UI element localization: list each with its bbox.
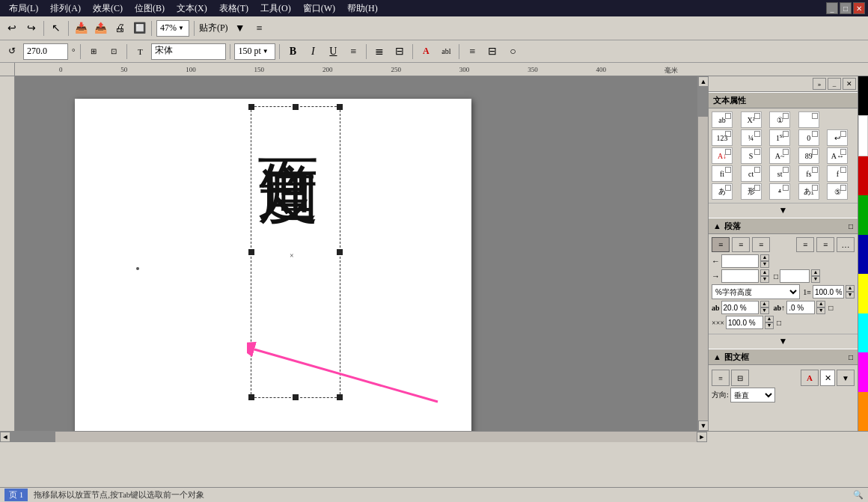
font-icon[interactable]: T <box>131 43 149 61</box>
swatch-green[interactable] <box>858 195 868 234</box>
scroll-up-button[interactable]: ▲ <box>698 76 708 87</box>
spin-up2[interactable]: ▲ <box>760 269 769 276</box>
align-more[interactable]: … <box>837 237 855 252</box>
para-header[interactable]: ▲ 段落 □ <box>709 218 858 234</box>
swatch-magenta[interactable] <box>858 352 868 391</box>
minimize-button[interactable]: _ <box>826 2 838 14</box>
print-button[interactable]: 🖨 <box>111 19 129 37</box>
spin-dn4[interactable]: ▼ <box>846 292 855 299</box>
expand-row[interactable]: ▼ <box>709 203 858 218</box>
swatch-black[interactable] <box>858 76 868 115</box>
spin-up5[interactable]: ▲ <box>760 301 769 307</box>
bold-button[interactable]: B <box>284 43 302 61</box>
undo-button[interactable]: ↩ <box>3 19 21 37</box>
align-left-button[interactable]: ≡ <box>344 43 362 61</box>
scroll-track-h[interactable] <box>10 432 697 442</box>
zoom-dropdown-arrow[interactable]: ▼ <box>177 25 186 31</box>
handle-bottom-right[interactable] <box>337 394 343 400</box>
align-right[interactable]: ≡ <box>752 237 770 252</box>
swatch-white[interactable] <box>858 115 868 156</box>
menu-help[interactable]: 帮助(H) <box>341 1 384 16</box>
frame-btn2[interactable]: ⊟ <box>483 43 501 61</box>
text-object[interactable]: × 百度知道 <box>251 106 340 398</box>
canvas-area[interactable]: × 百度知道 ▲ ▼ <box>15 76 708 431</box>
char-prop-a-wave[interactable]: A~ <box>769 147 790 164</box>
panel-close-button[interactable]: ✕ <box>843 78 856 90</box>
char-prop-ab[interactable]: ab <box>712 111 733 128</box>
width-input[interactable] <box>726 316 763 329</box>
menu-bitmap[interactable]: 位图(B) <box>129 1 171 16</box>
select-tool[interactable]: ↖ <box>47 19 65 37</box>
char-prop-circle1[interactable]: ① <box>769 111 790 128</box>
spin-up1[interactable]: ▲ <box>760 254 769 261</box>
align-center[interactable]: ≡ <box>732 237 750 252</box>
imgframe-btn2[interactable]: ⊟ <box>731 370 749 386</box>
scroll-left-button[interactable]: ◄ <box>0 432 10 442</box>
align-icon[interactable]: ≡ <box>251 19 269 37</box>
char-prop-1st[interactable]: 1st <box>769 129 790 146</box>
menu-table[interactable]: 表格(T) <box>213 1 254 16</box>
spin-up4[interactable]: ▲ <box>846 285 855 292</box>
panel-expand-button[interactable]: » <box>813 78 826 90</box>
handle-mid-left[interactable] <box>248 249 254 255</box>
char-prop-arrow[interactable]: ↩ <box>827 129 848 146</box>
menu-text[interactable]: 文本(X) <box>171 1 213 16</box>
vertical-scrollbar[interactable]: ▲ ▼ <box>697 76 708 431</box>
imgframe-close-x[interactable]: ✕ <box>820 370 835 386</box>
text-props-header[interactable]: 文本属性 <box>709 92 858 108</box>
indent-input1[interactable] <box>721 254 759 268</box>
para-checkbox[interactable]: □ <box>849 222 853 230</box>
char-prop-circle5[interactable]: ⑤ <box>827 183 848 200</box>
angle-input[interactable]: 270.0 <box>23 43 68 60</box>
spin-dn3[interactable]: ▼ <box>811 276 820 283</box>
spin-dn2[interactable]: ▼ <box>760 276 769 283</box>
space-before-input[interactable] <box>721 301 759 314</box>
underline-button[interactable]: U <box>324 43 342 61</box>
font-size-box[interactable]: 150 pt ▼ <box>234 43 275 60</box>
spin-dn6[interactable]: ▼ <box>816 307 825 314</box>
swatch-yellow[interactable] <box>858 274 868 313</box>
handle-mid-right[interactable] <box>337 249 343 255</box>
menu-layout[interactable]: 布局(L) <box>3 1 44 16</box>
align-left[interactable]: ≡ <box>712 237 730 252</box>
menu-arrange[interactable]: 排列(A) <box>44 1 87 16</box>
swatch-orange[interactable] <box>858 392 868 431</box>
zoom-status[interactable]: 🔍 <box>853 490 864 500</box>
handle-top-left[interactable] <box>248 104 254 110</box>
horizontal-scrollbar[interactable]: ◄ ► <box>0 431 868 441</box>
spin-dn5[interactable]: ▼ <box>760 307 769 314</box>
frame-btn1[interactable]: ≡ <box>463 43 481 61</box>
char-prop-kanji[interactable]: 形 <box>741 183 762 200</box>
num-list-button[interactable]: ⊟ <box>391 43 409 61</box>
indent-input2[interactable] <box>721 269 759 283</box>
imgframe-dropdown-btn[interactable]: ▼ <box>837 370 855 386</box>
swatch-cyan[interactable] <box>858 313 868 352</box>
char-prop-fs[interactable]: fs <box>798 165 819 182</box>
char-prop-ct[interactable]: ct <box>741 165 762 182</box>
italic-button[interactable]: I <box>304 43 322 61</box>
menu-tools[interactable]: 工具(O) <box>254 1 297 16</box>
align-justify1[interactable]: ≡ <box>796 237 814 252</box>
line-spacing-select[interactable]: %字符高度 <box>712 284 800 299</box>
direction-select[interactable]: 垂直 水平 <box>730 388 775 402</box>
spin-dn7[interactable]: ▼ <box>765 322 774 329</box>
swatch-blue[interactable] <box>858 235 868 274</box>
maximize-button[interactable]: □ <box>840 2 852 14</box>
font-size-arrow[interactable]: ▼ <box>261 48 270 55</box>
redo-button[interactable]: ↪ <box>22 19 40 37</box>
char-prop-empty1[interactable] <box>798 111 819 128</box>
page-indicator[interactable]: 页 1 <box>4 489 28 501</box>
tb2-btn2[interactable]: ⊡ <box>105 43 123 61</box>
char-prop-sup4[interactable]: ⁴ <box>769 183 790 200</box>
imgframe-header[interactable]: ▲ 图文框 □ <box>709 349 858 365</box>
line-spacing-input[interactable] <box>813 285 844 299</box>
zoom-box[interactable]: 47% ▼ <box>156 20 189 37</box>
char-prop-s[interactable]: S <box>741 147 762 164</box>
imgframe-text-btn[interactable]: A <box>801 370 819 386</box>
space-after-input[interactable] <box>786 301 815 314</box>
main-text[interactable]: 百度知道 <box>251 107 323 120</box>
char-prop-fi[interactable]: fi <box>712 165 733 182</box>
scroll-thumb-h[interactable] <box>10 432 55 442</box>
view-button[interactable]: 🔲 <box>130 19 148 37</box>
bullet-button[interactable]: ≣ <box>370 43 388 61</box>
